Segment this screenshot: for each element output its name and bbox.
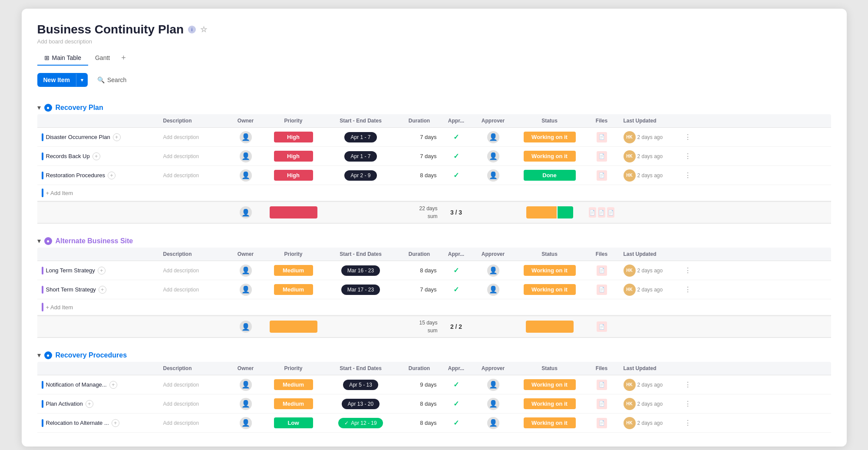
priority-cell[interactable]: Medium (263, 377, 324, 393)
more-cell[interactable]: ⋮ (680, 283, 689, 296)
item-name[interactable]: Restoration Procedures (46, 172, 106, 179)
add-row-icon[interactable]: + (109, 381, 117, 389)
item-name[interactable]: Notification of Manage... (46, 381, 107, 388)
item-name[interactable]: Long Term Strategy (46, 267, 95, 274)
owner-cell[interactable]: 👤 (228, 129, 263, 146)
priority-cell[interactable]: Medium (263, 396, 324, 412)
section-title-procedures[interactable]: Recovery Procedures (56, 351, 127, 359)
add-row-icon[interactable]: + (112, 419, 119, 427)
files-cell[interactable]: 📄 (584, 263, 619, 278)
description-cell[interactable]: Add description (159, 379, 228, 390)
status-cell[interactable]: Working on it (515, 129, 584, 145)
dates-cell[interactable]: Mar 17 - 23 (324, 282, 398, 298)
section-toggle-alternate[interactable]: ▾ (37, 237, 41, 245)
tab-gantt[interactable]: Gantt (88, 51, 117, 66)
section-title-recovery[interactable]: Recovery Plan (56, 104, 103, 112)
add-row-icon[interactable]: + (99, 286, 106, 294)
more-cell[interactable]: ⋮ (680, 169, 689, 182)
files-cell[interactable]: 📄 (584, 282, 619, 298)
description-cell[interactable]: Add description (159, 132, 228, 143)
priority-cell[interactable]: High (263, 148, 324, 164)
dates-cell[interactable]: Apr 1 - 7 (324, 149, 398, 164)
dates-cell[interactable]: Apr 13 - 20 (324, 396, 398, 412)
col-approver: Approver (472, 362, 515, 375)
dates-cell[interactable]: Apr 5 - 13 (324, 377, 398, 393)
more-cell[interactable]: ⋮ (680, 130, 689, 144)
description-cell[interactable]: Add description (159, 417, 228, 429)
status-cell[interactable]: Working on it (515, 262, 584, 278)
approver-cell[interactable]: 👤 (472, 395, 515, 413)
owner-cell[interactable]: 👤 (228, 395, 263, 413)
add-row-icon[interactable]: + (113, 133, 121, 141)
approver-avatar: 👤 (487, 284, 499, 296)
board-description[interactable]: Add board description (37, 38, 831, 45)
add-item-row-recovery[interactable]: + Add Item (37, 185, 831, 201)
section-toggle-recovery[interactable]: ▾ (37, 103, 41, 112)
item-name[interactable]: Short Term Strategy (46, 286, 96, 293)
approver-cell[interactable]: 👤 (472, 129, 515, 146)
star-icon[interactable]: ☆ (200, 25, 207, 34)
item-name[interactable]: Disaster Occurrence Plan (46, 134, 110, 140)
approver-cell[interactable]: 👤 (472, 148, 515, 165)
more-cell[interactable]: ⋮ (680, 397, 689, 410)
dates-cell[interactable]: Apr 2 - 9 (324, 168, 398, 183)
chevron-down-icon[interactable]: ▾ (76, 74, 88, 86)
status-cell[interactable]: Working on it (515, 377, 584, 393)
add-row-icon[interactable]: + (108, 172, 116, 179)
more-cell[interactable]: ⋮ (680, 416, 689, 430)
dates-cell[interactable]: Mar 16 - 23 (324, 263, 398, 278)
priority-cell[interactable]: High (263, 167, 324, 183)
new-item-button[interactable]: New Item ▾ (37, 73, 88, 87)
item-name[interactable]: Records Back Up (46, 153, 90, 159)
section-title-alternate[interactable]: Alternate Business Site (56, 237, 133, 245)
more-cell[interactable]: ⋮ (680, 264, 689, 277)
approver-cell[interactable]: 👤 (472, 281, 515, 298)
summary-duration: 15 days sum (398, 316, 441, 337)
info-icon[interactable]: i (188, 26, 196, 33)
item-name[interactable]: Plan Activation (46, 400, 83, 407)
description-cell[interactable]: Add description (159, 151, 228, 162)
owner-cell[interactable]: 👤 (228, 262, 263, 279)
add-item-row-alternate[interactable]: + Add Item (37, 299, 831, 315)
priority-cell[interactable]: High (263, 129, 324, 145)
description-cell[interactable]: Add description (159, 170, 228, 181)
status-cell[interactable]: Working on it (515, 148, 584, 164)
approver-cell[interactable]: 👤 (472, 376, 515, 394)
description-cell[interactable]: Add description (159, 398, 228, 410)
files-cell[interactable]: 📄 (584, 168, 619, 183)
files-cell[interactable]: 📄 (584, 149, 619, 164)
approver-cell[interactable]: 👤 (472, 414, 515, 432)
status-cell[interactable]: Working on it (515, 415, 584, 431)
dates-cell[interactable]: Apr 1 - 7 (324, 129, 398, 145)
priority-cell[interactable]: Low (263, 415, 324, 431)
owner-cell[interactable]: 👤 (228, 148, 263, 165)
status-cell[interactable]: Working on it (515, 281, 584, 298)
owner-cell[interactable]: 👤 (228, 414, 263, 432)
owner-cell[interactable]: 👤 (228, 167, 263, 184)
priority-cell[interactable]: Medium (263, 262, 324, 278)
add-row-icon[interactable]: + (92, 152, 100, 160)
priority-cell[interactable]: Medium (263, 281, 324, 298)
dates-cell[interactable]: ✓ Apr 12 - 19 (324, 415, 398, 431)
approver-cell[interactable]: 👤 (472, 167, 515, 184)
files-cell[interactable]: 📄 (584, 415, 619, 431)
add-row-icon[interactable]: + (98, 267, 106, 275)
section-toggle-procedures[interactable]: ▾ (37, 351, 41, 359)
owner-cell[interactable]: 👤 (228, 376, 263, 394)
description-cell[interactable]: Add description (159, 284, 228, 295)
search-button[interactable]: 🔍 Search (92, 73, 132, 87)
tab-add-button[interactable]: + (117, 50, 130, 66)
add-row-icon[interactable]: + (86, 400, 93, 408)
approver-cell[interactable]: 👤 (472, 262, 515, 279)
tab-main-table[interactable]: ⊞ Main Table (37, 51, 88, 66)
owner-cell[interactable]: 👤 (228, 281, 263, 298)
files-cell[interactable]: 📄 (584, 129, 619, 145)
description-cell[interactable]: Add description (159, 265, 228, 276)
item-name[interactable]: Relocation to Alternate ... (46, 420, 109, 426)
files-cell[interactable]: 📄 (584, 377, 619, 393)
more-cell[interactable]: ⋮ (680, 149, 689, 163)
files-cell[interactable]: 📄 (584, 396, 619, 412)
status-cell[interactable]: Done (515, 167, 584, 183)
status-cell[interactable]: Working on it (515, 396, 584, 412)
more-cell[interactable]: ⋮ (680, 378, 689, 391)
